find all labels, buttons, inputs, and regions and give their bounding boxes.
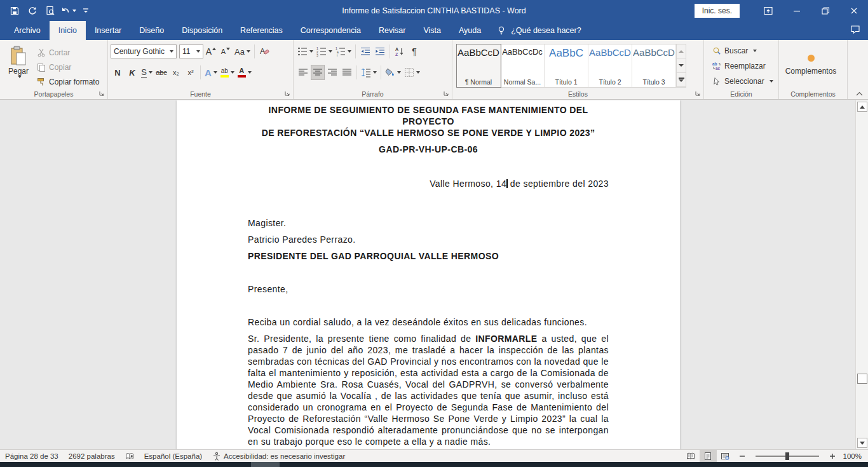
- style-titulo-1[interactable]: AaBbC Título 1: [545, 44, 588, 87]
- font-name-combobox[interactable]: Century Gothic: [111, 44, 177, 58]
- tab-ayuda[interactable]: Ayuda: [450, 21, 490, 40]
- estilos-dialog-launcher[interactable]: [694, 90, 702, 98]
- parrafo-dialog-launcher[interactable]: [442, 90, 451, 98]
- word-count[interactable]: 2692 palabras: [64, 450, 120, 463]
- accessibility-status[interactable]: Accesibilidad: es necesario investigar: [207, 450, 350, 463]
- language-selector[interactable]: Español (España): [139, 450, 207, 463]
- tab-vista[interactable]: Vista: [414, 21, 450, 40]
- read-mode-icon: [686, 452, 695, 461]
- save-button[interactable]: [6, 3, 23, 19]
- portapapeles-dialog-launcher[interactable]: [98, 90, 106, 98]
- grow-font-button[interactable]: A: [204, 44, 218, 59]
- read-mode-button[interactable]: [682, 450, 700, 463]
- align-left-icon: [298, 67, 308, 78]
- scrollbar-up-button[interactable]: [857, 102, 867, 112]
- scrollbar-thumb[interactable]: [857, 374, 867, 384]
- paste-button[interactable]: Pegar: [3, 43, 34, 88]
- line-spacing-button[interactable]: [360, 65, 378, 80]
- zoom-slider-thumb[interactable]: [785, 452, 789, 460]
- text-effects-dropdown-icon: [214, 71, 217, 74]
- style-titulo-3[interactable]: AaBbCcD Título 3: [632, 44, 676, 87]
- tab-referencias[interactable]: Referencias: [231, 21, 292, 40]
- decrease-indent-button[interactable]: [358, 44, 372, 59]
- redo-button[interactable]: [24, 3, 41, 19]
- italic-button[interactable]: K: [125, 65, 139, 80]
- minimize-button[interactable]: [782, 0, 811, 21]
- collapse-ribbon-icon: [856, 91, 863, 96]
- text-effects-button[interactable]: A: [203, 65, 219, 80]
- tab-disposicion[interactable]: Disposición: [173, 21, 231, 40]
- borders-button[interactable]: [403, 65, 421, 80]
- increase-indent-button[interactable]: [373, 44, 387, 59]
- highlight-button[interactable]: ab: [219, 65, 236, 80]
- format-painter-button[interactable]: Copiar formato: [34, 76, 102, 88]
- doc-code: GAD-PR-VH-UP-CB-06: [248, 144, 609, 155]
- ribbon-display-options-button[interactable]: [754, 0, 782, 21]
- font-size-combobox[interactable]: 11: [179, 44, 203, 58]
- bullets-button[interactable]: [296, 44, 315, 59]
- shading-button[interactable]: [384, 65, 402, 80]
- styles-more-button[interactable]: [677, 73, 686, 87]
- print-layout-button[interactable]: [700, 450, 717, 463]
- fuente-dialog-launcher[interactable]: [283, 90, 292, 98]
- superscript-button[interactable]: x²: [184, 65, 198, 80]
- clear-formatting-button[interactable]: A: [257, 44, 271, 59]
- zoom-slider[interactable]: [756, 456, 819, 457]
- align-right-button[interactable]: [325, 65, 339, 80]
- collapse-ribbon-button[interactable]: [854, 89, 864, 98]
- scrollbar-down-button[interactable]: [857, 438, 867, 448]
- style-sin-espaciado[interactable]: AaBbCcDc Normal Sa...: [501, 44, 545, 87]
- close-button[interactable]: [839, 0, 868, 21]
- divider: [390, 44, 390, 58]
- tab-diseno[interactable]: Diseño: [130, 21, 173, 40]
- style-normal[interactable]: AaBbCcD ¶ Normal: [457, 44, 501, 87]
- doc-greeting: Reciba un cordial saludo, a la vez deseá…: [248, 316, 609, 328]
- print-preview-button[interactable]: [42, 3, 58, 19]
- shrink-font-button[interactable]: A: [219, 44, 233, 59]
- sign-in-button[interactable]: Inic. ses.: [695, 4, 740, 18]
- bold-button[interactable]: N: [111, 65, 125, 80]
- select-label: Seleccionar: [724, 77, 764, 86]
- find-button[interactable]: Buscar: [710, 44, 775, 58]
- subscript-button[interactable]: x₂: [169, 65, 183, 80]
- tab-insertar[interactable]: Insertar: [86, 21, 130, 40]
- tab-correspondencia[interactable]: Correspondencia: [292, 21, 370, 40]
- page-indicator[interactable]: Página 28 de 33: [0, 450, 64, 463]
- tab-archivo[interactable]: Archivo: [5, 21, 50, 40]
- styles-scroll-down-button[interactable]: [677, 58, 686, 72]
- numbering-button[interactable]: 123: [315, 44, 334, 59]
- style-titulo-2[interactable]: AaBbCcD Título 2: [588, 44, 632, 87]
- styles-scroll-up-button[interactable]: [677, 44, 686, 58]
- tab-revisar[interactable]: Revisar: [370, 21, 414, 40]
- doc-title-line-1: INFORME DE SEGUIMIENTO DE SEGUNDA FASE M…: [248, 104, 609, 127]
- complementos-button[interactable]: Complementos: [782, 43, 840, 88]
- replace-button[interactable]: abac Reemplazar: [710, 60, 775, 73]
- document-page[interactable]: INFORME DE SEGUIMIENTO DE SEGUNDA FASE M…: [177, 100, 680, 449]
- underline-button[interactable]: S: [140, 65, 154, 80]
- vertical-scrollbar[interactable]: [855, 100, 868, 449]
- web-layout-button[interactable]: [717, 450, 734, 463]
- zoom-out-button[interactable]: [734, 450, 750, 463]
- font-color-button[interactable]: A: [236, 65, 253, 80]
- svg-text:A: A: [395, 47, 398, 51]
- cut-icon: [37, 48, 46, 57]
- tab-inicio[interactable]: Inicio: [50, 21, 86, 40]
- show-marks-button[interactable]: ¶: [407, 44, 421, 59]
- restore-button[interactable]: [811, 0, 839, 21]
- customize-quick-access-button[interactable]: [78, 3, 94, 19]
- align-left-button[interactable]: [296, 65, 310, 80]
- feedback-comment-icon[interactable]: [850, 24, 860, 34]
- zoom-percentage[interactable]: 100%: [841, 452, 868, 460]
- strikethrough-button[interactable]: abc: [154, 65, 168, 80]
- undo-button[interactable]: [60, 3, 76, 19]
- sort-button[interactable]: AZ: [393, 44, 407, 59]
- select-button[interactable]: Seleccionar: [710, 74, 775, 88]
- align-center-button[interactable]: [311, 65, 325, 80]
- change-case-button[interactable]: Aa: [233, 44, 252, 59]
- justify-button[interactable]: [340, 65, 354, 80]
- tell-me-box[interactable]: ¿Qué desea hacer?: [490, 21, 588, 40]
- multilevel-list-button[interactable]: 1ai: [334, 44, 353, 59]
- zoom-in-button[interactable]: [824, 450, 841, 463]
- numbering-icon: 123: [316, 46, 327, 57]
- proofing-status[interactable]: [120, 450, 139, 463]
